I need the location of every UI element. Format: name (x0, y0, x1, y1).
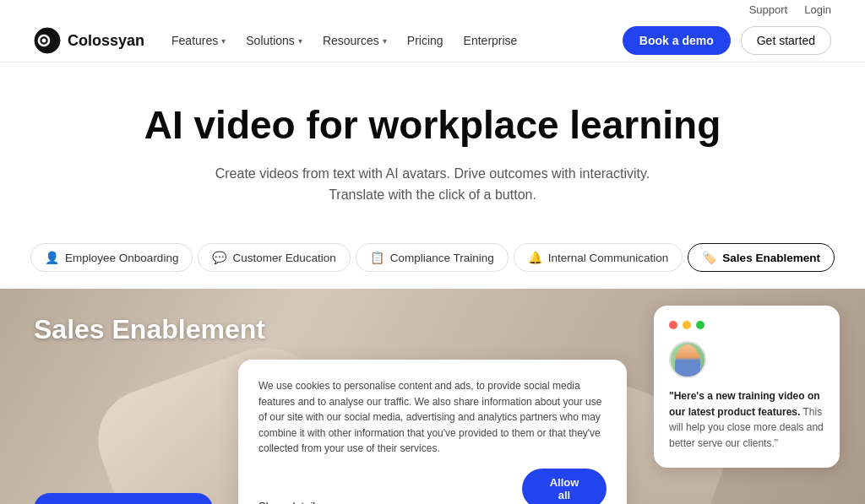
show-details-button[interactable]: Show details › (258, 500, 329, 504)
tab-internal-communication[interactable]: 🔔 Internal Communication (514, 243, 683, 272)
person-icon: 👤 (45, 251, 59, 264)
main-navbar: Colossyan Features ▾ Solutions ▾ Resourc… (0, 19, 865, 62)
chevron-down-icon: ▾ (221, 36, 226, 46)
window-controls (669, 321, 824, 329)
login-link[interactable]: Login (804, 3, 831, 16)
tab-compliance-training[interactable]: 📋 Compliance Training (356, 243, 509, 272)
nav-cta-area: Book a demo Get started (623, 26, 831, 55)
bell-icon: 🔔 (528, 251, 542, 264)
cookie-banner: We use cookies to personalise content an… (238, 360, 627, 504)
allow-all-button[interactable]: Allow all (522, 469, 607, 504)
chat-icon: 💬 (212, 251, 226, 264)
avatar-figure (675, 344, 700, 377)
maximize-dot (696, 321, 705, 329)
main-visual-area: Sales Enablement ✦ Generate free AI vide… (0, 289, 865, 504)
svg-point-2 (42, 39, 46, 43)
chevron-right-icon: › (325, 501, 329, 504)
colossyan-logo-icon (34, 27, 61, 54)
nav-features[interactable]: Features ▾ (171, 34, 226, 47)
hero-subtext: Create videos from text with AI avatars.… (17, 163, 848, 206)
nav-links: Features ▾ Solutions ▾ Resources ▾ Prici… (171, 34, 596, 47)
tab-customer-education[interactable]: 💬 Customer Education (198, 243, 350, 272)
support-link[interactable]: Support (749, 3, 788, 16)
tab-employee-onboarding[interactable]: 👤 Employee Onboarding (30, 243, 193, 272)
get-started-button[interactable]: Get started (741, 26, 831, 55)
nav-enterprise[interactable]: Enterprise (464, 34, 518, 47)
tag-icon: 🏷️ (702, 251, 716, 264)
logo-text: Colossyan (68, 32, 144, 50)
hero-headline: AI video for workplace learning (17, 103, 848, 148)
card-quote-text: "Here's a new training video on our late… (669, 388, 824, 451)
close-dot (669, 321, 677, 329)
book-demo-button[interactable]: Book a demo (623, 26, 731, 55)
tab-sales-enablement[interactable]: 🏷️ Sales Enablement (688, 243, 835, 272)
cookie-actions: Show details › Allow all Deny (258, 469, 607, 504)
nav-solutions[interactable]: Solutions ▾ (246, 34, 302, 47)
nav-pricing[interactable]: Pricing (407, 34, 443, 47)
tabs-row: 👤 Employee Onboarding 💬 Customer Educati… (0, 230, 865, 289)
video-card: "Here's a new training video on our late… (654, 306, 840, 468)
minimize-dot (683, 321, 691, 329)
avatar (669, 341, 706, 378)
card-quote-bold: "Here's a new training video on our late… (669, 390, 820, 418)
generate-ai-video-button[interactable]: ✦ Generate free AI video (34, 493, 213, 504)
cookie-buttons: Allow all Deny (522, 469, 607, 504)
nav-resources[interactable]: Resources ▾ (323, 34, 387, 47)
clipboard-icon: 📋 (370, 251, 384, 264)
chevron-down-icon: ▾ (383, 36, 387, 46)
cookie-body-text: We use cookies to personalise content an… (258, 378, 607, 457)
top-utility-bar: Support Login (0, 0, 865, 19)
logo-link[interactable]: Colossyan (34, 27, 144, 54)
chevron-down-icon: ▾ (298, 36, 302, 46)
section-title: Sales Enablement (34, 314, 265, 345)
hero-section: AI video for workplace learning Create v… (0, 62, 865, 230)
